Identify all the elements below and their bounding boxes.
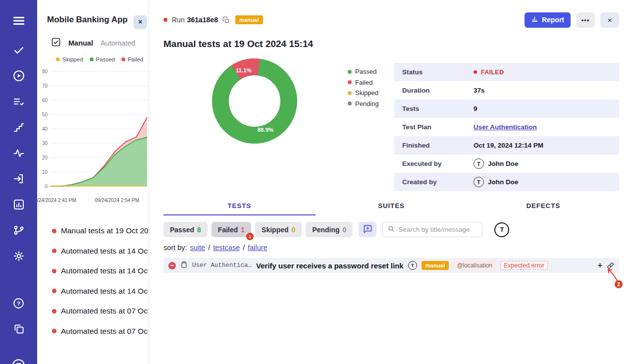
tab-automated[interactable]: Automated (101, 39, 135, 47)
svg-text:?: ? (17, 300, 20, 306)
filter-skipped-label: Skipped (262, 226, 288, 234)
localisation-tag[interactable]: @localisation (453, 261, 496, 270)
manual-badge: manual (235, 15, 263, 24)
filter-failed-label: Failed (218, 226, 238, 234)
run-item-label: Automated tests at 14 Oct 2 (61, 287, 148, 296)
run-status-dot (163, 18, 167, 22)
test-plan-link[interactable]: User Authentication (474, 123, 537, 131)
donut-legend: Passed Failed Skipped Pending (348, 66, 379, 109)
filter-pending-button[interactable]: Pending 0 (306, 222, 353, 237)
search-input[interactable] (398, 226, 477, 233)
activity-icon[interactable] (11, 146, 26, 160)
filter-failed-button[interactable]: Failed 1 1 (211, 222, 251, 237)
permalink-icon[interactable] (607, 262, 614, 269)
detail-row-created-by: Created by TJohn Doe (394, 173, 619, 191)
gear-icon[interactable] (11, 249, 26, 263)
run-detail-pane: Run 361a18e8 manual Report ••• × Manual … (149, 0, 634, 364)
detail-row-finished: Finished Oct 19, 2024 12:14 PM (394, 136, 619, 155)
avatar: T (474, 177, 484, 187)
run-list-item[interactable]: Automated tests at 14 Oct 2 (52, 241, 148, 261)
run-list-item[interactable]: Automated tests at 07 Oct 2 (52, 321, 148, 342)
comment-filter-button[interactable] (359, 222, 376, 237)
test-title[interactable]: Verify user receives a password reset li… (256, 261, 404, 270)
failed-dot (348, 80, 352, 84)
y-tick: 70 (42, 83, 48, 89)
passed-area (50, 137, 147, 186)
tab-defects[interactable]: DEFECTS (467, 202, 619, 215)
run-item-label: Automated tests at 07 Oct 2 (61, 327, 148, 336)
git-branch-icon[interactable] (11, 223, 26, 238)
app-logo-icon[interactable]: T (11, 358, 26, 364)
add-icon[interactable]: + (598, 261, 602, 269)
more-options-button[interactable]: ••• (576, 12, 595, 28)
panel-tabs: Manual Automated (37, 25, 148, 49)
help-icon[interactable]: ? (11, 296, 26, 311)
executed-by-value: John Doe (488, 160, 519, 167)
filter-passed-label: Passed (170, 226, 194, 234)
sort-by-testcase-link[interactable]: testcase (213, 244, 240, 252)
run-details-table: Status FAILED Duration 37s Tests 9 Test … (394, 63, 619, 191)
duration-value: 37s (474, 87, 485, 94)
copy-pages-icon[interactable] (11, 321, 26, 336)
suite-name[interactable]: User Authentica… (192, 262, 252, 269)
sort-row: sort by: suite / testcase / failure (163, 244, 267, 252)
result-tabs: TESTS SUITES DEFECTS (163, 202, 619, 215)
clipboard-icon (180, 261, 188, 270)
panel-close-button[interactable]: × (134, 15, 147, 28)
failed-status-dot (474, 70, 477, 74)
bar-chart-icon[interactable] (11, 197, 26, 212)
run-list-item[interactable]: Automated tests at 14 Oct 2 (52, 281, 148, 302)
run-item-label: Automated tests at 14 Oct 2 (61, 266, 148, 275)
x-label: 09/24/2024 2:54 PM (95, 198, 139, 203)
tab-manual[interactable]: Manual (68, 39, 93, 47)
finished-label: Finished (402, 142, 474, 149)
tab-suites[interactable]: SUITES (316, 202, 468, 215)
search-box (382, 222, 482, 237)
sort-by-suite-link[interactable]: suite (190, 244, 206, 252)
legend-failed: Failed (348, 77, 379, 88)
tests-label: Tests (402, 105, 474, 112)
report-button[interactable]: Report (525, 12, 571, 28)
legend-skipped-label: Skipped (355, 89, 378, 97)
manual-badge: manual (422, 261, 449, 270)
filter-skipped-button[interactable]: Skipped 0 (255, 222, 302, 237)
skipped-dot (56, 57, 60, 61)
sort-by-failure-link[interactable]: failure (248, 244, 267, 252)
sort-separator: / (208, 244, 210, 252)
test-row[interactable]: User Authentica… Verify user receives a … (163, 258, 619, 273)
error-message-tag[interactable]: Expected error (500, 261, 548, 270)
created-by-value: John Doe (488, 178, 519, 186)
task-list-icon[interactable] (11, 94, 26, 109)
failed-dot (121, 57, 125, 61)
filter-skipped-count: 0 (292, 226, 296, 234)
menu-icon[interactable] (11, 13, 26, 28)
user-avatar[interactable]: T (494, 222, 509, 237)
skipped-dot (348, 91, 352, 95)
legend-skipped-label: Skipped (62, 56, 83, 62)
run-item-label: Automated tests at 07 Oct 2 (61, 307, 148, 315)
avatar: T (408, 261, 417, 270)
sign-in-icon[interactable] (11, 171, 26, 186)
project-panel: Mobile Banking App × Manual Automated Sk… (37, 0, 149, 364)
x-label: /24/2024 2:41 PM (37, 198, 76, 203)
filter-passed-button[interactable]: Passed 8 (163, 222, 208, 237)
search-icon (388, 225, 395, 234)
run-list-item[interactable]: Automated tests at 07 Oct 2 (52, 301, 148, 321)
check-icon[interactable] (11, 43, 26, 57)
close-run-button[interactable]: × (600, 12, 619, 28)
steps-icon[interactable] (11, 120, 26, 135)
created-by-label: Created by (402, 178, 474, 186)
legend-skipped: Skipped (56, 56, 83, 62)
executed-by-label: Executed by (402, 160, 474, 167)
copy-icon[interactable] (222, 16, 230, 24)
run-title: Manual tests at 19 Oct 2024 15:14 (163, 39, 313, 50)
tab-tests[interactable]: TESTS (163, 202, 316, 215)
run-list-item[interactable]: Manual tests at 19 Oct 2024 (52, 221, 148, 241)
failed-run-dot (52, 329, 56, 333)
legend-passed: Passed (90, 56, 115, 62)
filter-failed-count: 1 (241, 226, 245, 234)
run-list-item[interactable]: Automated tests at 14 Oct 2 (52, 261, 148, 281)
annotation-badge-2: 2 (615, 280, 623, 288)
play-circle-icon[interactable] (11, 68, 26, 83)
trend-chart-legend: Skipped Passed Failed (37, 49, 148, 62)
